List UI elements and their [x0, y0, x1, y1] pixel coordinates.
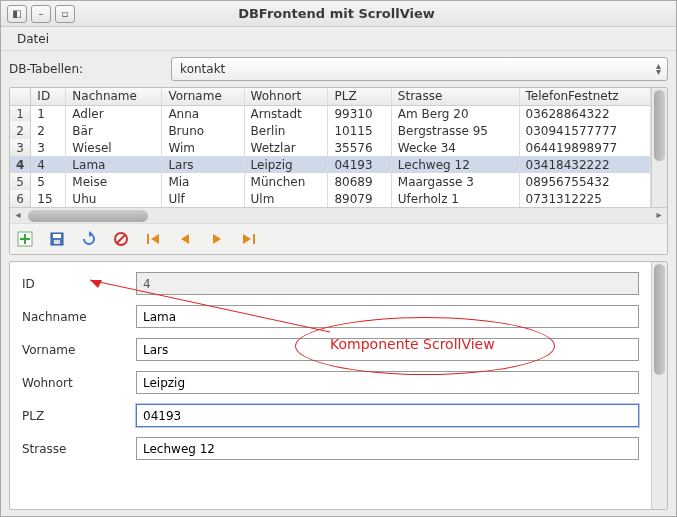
cell-vorname[interactable]: Lars: [162, 156, 244, 173]
row-number: 6: [10, 190, 31, 207]
cell-vorname[interactable]: Mia: [162, 173, 244, 190]
svg-rect-2: [20, 238, 30, 240]
input-nachname[interactable]: [136, 305, 639, 328]
cell-vorname[interactable]: Anna: [162, 105, 244, 122]
cell-nachname[interactable]: Uhu: [66, 190, 162, 207]
cell-telefon[interactable]: 064419898977: [519, 139, 650, 156]
cell-vorname[interactable]: Ulf: [162, 190, 244, 207]
col-id[interactable]: ID: [31, 88, 66, 105]
hscroll-left-icon[interactable]: ◂: [10, 209, 26, 223]
table-row[interactable]: 33WieselWimWetzlar35576Wecke 34064419898…: [10, 139, 651, 156]
prev-record-button[interactable]: [174, 228, 196, 250]
cell-strasse[interactable]: Maargasse 3: [391, 173, 519, 190]
data-table[interactable]: ID Nachname Vorname Wohnort PLZ Strasse …: [10, 88, 651, 207]
col-wohnort[interactable]: Wohnort: [244, 88, 328, 105]
input-plz[interactable]: [136, 404, 639, 427]
add-record-button[interactable]: [14, 228, 36, 250]
last-record-button[interactable]: [238, 228, 260, 250]
maximize-button[interactable]: ▫: [55, 5, 75, 23]
table-row[interactable]: 615UhuUlfUlm89079Uferholz 10731312225: [10, 190, 651, 207]
svg-marker-10: [151, 234, 159, 244]
menu-file[interactable]: Datei: [9, 30, 57, 48]
table-row[interactable]: 11AdlerAnnaArnstadt99310Am Berg 20036288…: [10, 105, 651, 122]
svg-rect-14: [253, 234, 255, 244]
cell-plz[interactable]: 35576: [328, 139, 391, 156]
label-vorname: Vorname: [22, 343, 132, 357]
cell-telefon[interactable]: 0731312225: [519, 190, 650, 207]
svg-marker-11: [181, 234, 189, 244]
cell-strasse[interactable]: Uferholz 1: [391, 190, 519, 207]
form-scroll-thumb[interactable]: [654, 264, 665, 375]
table-row[interactable]: 44LamaLarsLeipzig04193Lechweg 1203418432…: [10, 156, 651, 173]
next-record-button[interactable]: [206, 228, 228, 250]
cell-strasse[interactable]: Bergstrasse 95: [391, 122, 519, 139]
minimize-button[interactable]: –: [31, 5, 51, 23]
table-row[interactable]: 55MeiseMiaMünchen80689Maargasse 30895675…: [10, 173, 651, 190]
app-window: ◧ – ▫ DBFrontend mit ScrollView Datei DB…: [0, 0, 677, 517]
col-telefon[interactable]: TelefonFestnetz: [519, 88, 650, 105]
cell-telefon[interactable]: 03418432222: [519, 156, 650, 173]
cell-wohnort[interactable]: München: [244, 173, 328, 190]
form-v-scrollbar[interactable]: [651, 262, 667, 509]
cell-plz[interactable]: 80689: [328, 173, 391, 190]
cell-id[interactable]: 3: [31, 139, 66, 156]
v-scroll-thumb[interactable]: [654, 90, 665, 161]
h-scroll-thumb[interactable]: [28, 210, 148, 222]
cell-id[interactable]: 2: [31, 122, 66, 139]
cell-nachname[interactable]: Lama: [66, 156, 162, 173]
table-row[interactable]: 22BärBrunoBerlin10115Bergstrasse 9503094…: [10, 122, 651, 139]
cell-id[interactable]: 4: [31, 156, 66, 173]
cell-plz[interactable]: 89079: [328, 190, 391, 207]
cell-wohnort[interactable]: Ulm: [244, 190, 328, 207]
dropdown-selected: kontakt: [180, 62, 225, 76]
cell-plz[interactable]: 04193: [328, 156, 391, 173]
cell-wohnort[interactable]: Berlin: [244, 122, 328, 139]
label-nachname: Nachname: [22, 310, 132, 324]
cell-id[interactable]: 1: [31, 105, 66, 122]
cell-wohnort[interactable]: Leipzig: [244, 156, 328, 173]
cell-nachname[interactable]: Bär: [66, 122, 162, 139]
tables-dropdown[interactable]: kontakt ▴▾: [171, 57, 668, 81]
cell-vorname[interactable]: Bruno: [162, 122, 244, 139]
col-plz[interactable]: PLZ: [328, 88, 391, 105]
cell-vorname[interactable]: Wim: [162, 139, 244, 156]
row-number: 3: [10, 139, 31, 156]
cell-id[interactable]: 15: [31, 190, 66, 207]
input-strasse[interactable]: [136, 437, 639, 460]
cell-telefon[interactable]: 08956755432: [519, 173, 650, 190]
cell-wohnort[interactable]: Wetzlar: [244, 139, 328, 156]
window-title: DBFrontend mit ScrollView: [77, 6, 596, 21]
cell-id[interactable]: 5: [31, 173, 66, 190]
cancel-button[interactable]: [110, 228, 132, 250]
col-nachname[interactable]: Nachname: [66, 88, 162, 105]
hscroll-right-icon[interactable]: ▸: [651, 209, 667, 223]
cell-nachname[interactable]: Adler: [66, 105, 162, 122]
cell-telefon[interactable]: 030941577777: [519, 122, 650, 139]
col-strasse[interactable]: Strasse: [391, 88, 519, 105]
table-v-scrollbar[interactable]: [651, 88, 667, 207]
cell-plz[interactable]: 10115: [328, 122, 391, 139]
col-rownum[interactable]: [10, 88, 31, 105]
input-vorname[interactable]: [136, 338, 639, 361]
cell-strasse[interactable]: Am Berg 20: [391, 105, 519, 122]
input-id[interactable]: [136, 272, 639, 295]
chevron-updown-icon: ▴▾: [656, 63, 661, 75]
cell-strasse[interactable]: Wecke 34: [391, 139, 519, 156]
table-h-scrollbar[interactable]: ◂ ▸: [10, 207, 667, 223]
cell-nachname[interactable]: Meise: [66, 173, 162, 190]
save-record-button[interactable]: [46, 228, 68, 250]
scrollview-panel: ID Nachname Vorname Wohnort PLZ: [9, 261, 668, 510]
cell-nachname[interactable]: Wiesel: [66, 139, 162, 156]
cell-telefon[interactable]: 03628864322: [519, 105, 650, 122]
cell-strasse[interactable]: Lechweg 12: [391, 156, 519, 173]
input-wohnort[interactable]: [136, 371, 639, 394]
row-number: 2: [10, 122, 31, 139]
cell-wohnort[interactable]: Arnstadt: [244, 105, 328, 122]
cell-plz[interactable]: 99310: [328, 105, 391, 122]
form-area: ID Nachname Vorname Wohnort PLZ: [10, 262, 651, 509]
reload-button[interactable]: [78, 228, 100, 250]
first-record-button[interactable]: [142, 228, 164, 250]
window-menu-button[interactable]: ◧: [7, 5, 27, 23]
svg-rect-9: [147, 234, 149, 244]
col-vorname[interactable]: Vorname: [162, 88, 244, 105]
